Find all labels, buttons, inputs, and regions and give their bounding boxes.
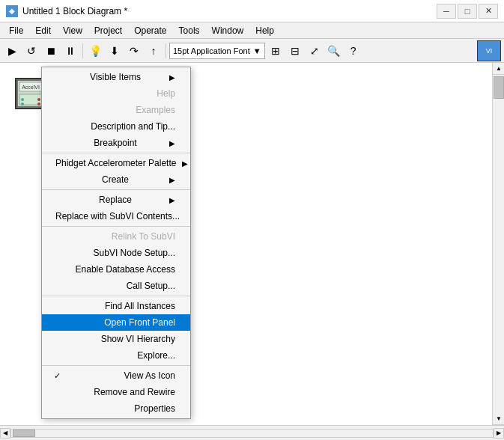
ctx-examples: Examples	[42, 102, 190, 118]
separator-ctx-2	[42, 189, 190, 190]
ctx-help: Help	[42, 85, 190, 102]
svg-text:AccelVI: AccelVI	[22, 85, 40, 90]
svg-point-4	[21, 98, 24, 101]
font-dropdown[interactable]: 15pt Application Font ▼	[169, 43, 265, 59]
ctx-visible-items[interactable]: Visible Items ▶	[42, 69, 190, 85]
menu-project[interactable]: Project	[88, 24, 128, 37]
separator-ctx-1	[42, 153, 190, 153]
search-button[interactable]: 🔍	[325, 42, 343, 60]
ctx-replace[interactable]: Replace ▶	[42, 192, 190, 208]
toolbar-right: VI	[477, 40, 501, 61]
menu-tools[interactable]: Tools	[173, 24, 206, 37]
ctx-replace-label: Replace	[99, 195, 132, 205]
separator-ctx-3	[42, 226, 190, 227]
ctx-description[interactable]: Description and Tip...	[42, 118, 190, 135]
ctx-explore[interactable]: Explore...	[42, 347, 190, 364]
ctx-subvi-setup[interactable]: SubVI Node Setup...	[42, 245, 190, 261]
ctx-phidget[interactable]: Phidget Accelerometer Palette ▶	[42, 155, 190, 171]
ctx-help-label: Help	[157, 88, 175, 99]
font-dropdown-arrow: ▼	[253, 46, 261, 55]
ctx-subvi-setup-label: SubVI Node Setup...	[94, 248, 175, 258]
ctx-replace-subvi[interactable]: Replace with SubVI Contents...	[42, 208, 190, 224]
step-out-button[interactable]: ↑	[145, 42, 163, 60]
menu-window[interactable]: Window	[206, 24, 250, 37]
ctx-arrow-phidget: ▶	[182, 159, 188, 168]
scroll-thumb-right[interactable]	[494, 76, 504, 99]
ctx-explore-label: Explore...	[137, 350, 175, 361]
title-bar-controls: ─ □ ✕	[437, 4, 498, 19]
ctx-call-setup-label: Call Setup...	[127, 281, 175, 291]
svg-point-6	[37, 98, 40, 101]
scroll-h-thumb[interactable]	[13, 430, 35, 437]
help-button[interactable]: ?	[344, 42, 362, 60]
highlight-button[interactable]: 💡	[86, 42, 104, 60]
ctx-description-label: Description and Tip...	[91, 121, 175, 132]
ctx-arrow-breakpoint: ▶	[169, 139, 175, 147]
menu-bar: File Edit View Project Operate Tools Win…	[0, 22, 504, 39]
ctx-breakpoint[interactable]: Breakpoint ▶	[42, 135, 190, 151]
separator-2	[166, 43, 166, 58]
ctx-create[interactable]: Create ▶	[42, 171, 190, 188]
context-menu: Visible Items ▶ Help Examples Descriptio…	[41, 67, 191, 419]
scroll-right-arrow[interactable]: ▶	[494, 428, 504, 439]
resize-button[interactable]: ⤢	[306, 42, 324, 60]
ctx-enable-db[interactable]: Enable Database Access	[42, 261, 190, 278]
ctx-phidget-label: Phidget Accelerometer Palette	[55, 158, 176, 168]
ctx-arrow-create: ▶	[169, 176, 175, 184]
minimize-button[interactable]: ─	[437, 4, 456, 19]
ctx-properties-label: Properties	[134, 403, 175, 414]
ctx-remove-rewire-label: Remove and Rewire	[94, 387, 175, 397]
canvas[interactable]: AccelVI Visible Items ▶ Help	[0, 63, 492, 425]
checkmark-view-as-icon: ✓	[54, 371, 66, 381]
close-button[interactable]: ✕	[479, 4, 498, 19]
ctx-properties[interactable]: Properties	[42, 400, 190, 417]
vi-icon-text: VI	[486, 47, 493, 55]
ctx-replace-subvi-label: Replace with SubVI Contents...	[55, 211, 180, 221]
ctx-examples-label: Examples	[136, 105, 175, 115]
ctx-show-hierarchy-label: Show VI Hierarchy	[101, 334, 175, 344]
distribute-button[interactable]: ⊟	[286, 42, 304, 60]
title-bar-text: Untitled 1 Block Diagram *	[22, 6, 437, 16]
menu-view[interactable]: View	[57, 24, 88, 37]
scroll-down-arrow[interactable]: ▼	[493, 413, 504, 425]
scroll-left-arrow[interactable]: ◀	[0, 428, 10, 439]
title-bar: ◆ Untitled 1 Block Diagram * ─ □ ✕	[0, 0, 504, 22]
ctx-create-label: Create	[102, 174, 129, 185]
pause-button[interactable]: ⏸	[61, 42, 79, 60]
vi-icon-toolbar: VI	[477, 40, 501, 61]
ctx-call-setup[interactable]: Call Setup...	[42, 278, 190, 294]
menu-help[interactable]: Help	[249, 24, 280, 37]
main-content: AccelVI Visible Items ▶ Help	[0, 63, 504, 425]
scroll-up-arrow[interactable]: ▲	[493, 63, 504, 75]
scroll-h-track[interactable]	[10, 429, 494, 438]
ctx-view-as-icon-label: View As Icon	[124, 370, 175, 381]
ctx-relink: Relink To SubVI	[42, 228, 190, 245]
ctx-visible-items-label: Visible Items	[90, 72, 141, 82]
step-into-button[interactable]: ⬇	[106, 42, 124, 60]
menu-operate[interactable]: Operate	[128, 24, 172, 37]
scroll-track-right	[493, 75, 504, 413]
ctx-relink-label: Relink To SubVI	[112, 231, 175, 242]
ctx-find-instances-label: Find All Instances	[105, 301, 175, 311]
ctx-breakpoint-label: Breakpoint	[94, 138, 136, 148]
ctx-open-front-panel[interactable]: Open Front Panel	[42, 314, 190, 331]
menu-edit[interactable]: Edit	[29, 24, 57, 37]
abort-button[interactable]: ⏹	[42, 42, 60, 60]
run-button[interactable]: ▶	[3, 42, 21, 60]
ctx-remove-rewire[interactable]: Remove and Rewire	[42, 384, 190, 400]
ctx-view-as-icon[interactable]: ✓ View As Icon	[42, 367, 190, 384]
app-icon: ◆	[6, 5, 18, 17]
separator-ctx-4	[42, 296, 190, 296]
run-continuously-button[interactable]: ↺	[22, 42, 40, 60]
maximize-button[interactable]: □	[458, 4, 477, 19]
svg-point-5	[21, 103, 24, 106]
ctx-enable-db-label: Enable Database Access	[76, 264, 175, 275]
ctx-arrow-visible: ▶	[169, 73, 175, 82]
align-button[interactable]: ⊞	[267, 42, 285, 60]
menu-file[interactable]: File	[3, 24, 29, 37]
scroll-right[interactable]: ▲ ▼	[492, 63, 504, 425]
ctx-show-hierarchy[interactable]: Show VI Hierarchy	[42, 331, 190, 347]
ctx-find-instances[interactable]: Find All Instances	[42, 298, 190, 314]
separator-1	[82, 43, 83, 58]
step-over-button[interactable]: ↷	[125, 42, 143, 60]
